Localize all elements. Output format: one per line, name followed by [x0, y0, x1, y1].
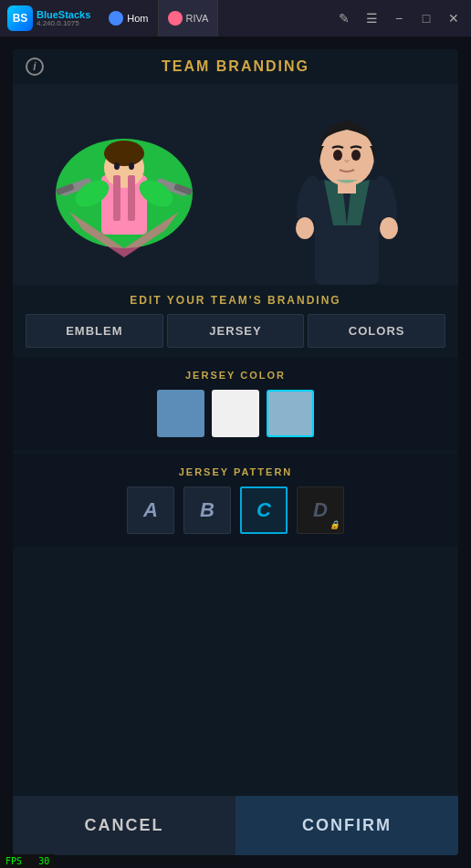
pattern-a-button[interactable]: A [127, 486, 174, 534]
team-branding-panel: i TEAM BRANDING [13, 49, 458, 855]
tab-bar: Hom RIVA [99, 0, 329, 37]
fps-label: FPS [5, 856, 22, 866]
riva-tab-icon [168, 11, 183, 26]
fps-bar: FPS 30 [0, 854, 55, 868]
home-tab-label: Hom [127, 13, 148, 24]
menu-icon[interactable]: ☰ [361, 8, 382, 28]
svg-point-17 [333, 150, 342, 161]
svg-point-3 [104, 141, 144, 166]
tab-buttons: EMBLEM JERSEY COLORS [13, 314, 458, 357]
pattern-b-button[interactable]: B [183, 486, 231, 534]
svg-rect-14 [128, 175, 135, 221]
bottom-buttons: CANCEL CONFIRM [13, 796, 458, 855]
confirm-button[interactable]: CONFIRM [236, 796, 458, 855]
svg-point-5 [129, 162, 134, 170]
minimize-icon[interactable]: − [389, 8, 409, 28]
main-content: i TEAM BRANDING [0, 37, 471, 868]
lock-icon: 🔒 [330, 520, 340, 529]
fps-value: 30 [38, 856, 49, 866]
spacer [13, 547, 458, 796]
maximize-icon[interactable]: □ [416, 8, 436, 28]
color-swatch-blue[interactable] [157, 390, 204, 437]
panel-header: i TEAM BRANDING [13, 49, 458, 84]
emblem-area [33, 93, 215, 276]
account-icon[interactable]: ✎ [334, 8, 354, 28]
banner-area [13, 84, 458, 285]
svg-point-22 [296, 217, 314, 239]
edit-label: EDIT YOUR TEAM'S BRANDING [13, 285, 458, 314]
info-icon[interactable]: i [26, 58, 44, 76]
svg-point-4 [114, 162, 120, 170]
pattern-c-button[interactable]: C [240, 486, 288, 534]
cancel-button[interactable]: CANCEL [13, 796, 236, 855]
bluestacks-logo-icon: BS [7, 5, 33, 31]
app-logo: BS BlueStacks 4.240.0.1075 [7, 5, 90, 31]
jersey-tab-button[interactable]: JERSEY [167, 314, 305, 348]
svg-point-18 [351, 150, 361, 161]
close-icon[interactable]: ✕ [444, 8, 464, 28]
jersey-pattern-section: JERSEY PATTERN A B C D 🔒 [13, 454, 458, 547]
emblem-tab-button[interactable]: EMBLEM [26, 314, 163, 348]
jersey-pattern-label: JERSEY PATTERN [13, 459, 458, 483]
riva-tab-label: RIVA [186, 13, 209, 24]
character-figure [274, 93, 420, 285]
svg-point-23 [380, 217, 398, 239]
tab-home[interactable]: Hom [99, 0, 158, 37]
tab-riva[interactable]: RIVA [159, 0, 219, 37]
window-controls: ✎ ☰ − □ ✕ [334, 8, 464, 28]
panel-title: TEAM BRANDING [162, 58, 309, 75]
team-emblem [42, 102, 206, 267]
jersey-color-label: JERSEY COLOR [13, 362, 458, 386]
svg-rect-13 [113, 175, 120, 221]
svg-rect-15 [315, 180, 379, 285]
color-swatches [13, 386, 458, 441]
color-swatch-lightblue[interactable] [267, 390, 314, 437]
character-area [256, 84, 438, 285]
jersey-color-section: JERSEY COLOR [13, 357, 458, 450]
colors-tab-button[interactable]: COLORS [308, 314, 445, 348]
home-tab-icon [109, 11, 123, 26]
app-version: 4.240.0.1075 [37, 20, 90, 28]
titlebar: BS BlueStacks 4.240.0.1075 Hom RIVA ✎ ☰ … [0, 0, 471, 37]
pattern-options: A B C D 🔒 [13, 483, 458, 538]
app-name: BlueStacks [37, 9, 90, 20]
color-swatch-white[interactable] [212, 390, 259, 437]
pattern-d-button[interactable]: D 🔒 [297, 486, 344, 534]
